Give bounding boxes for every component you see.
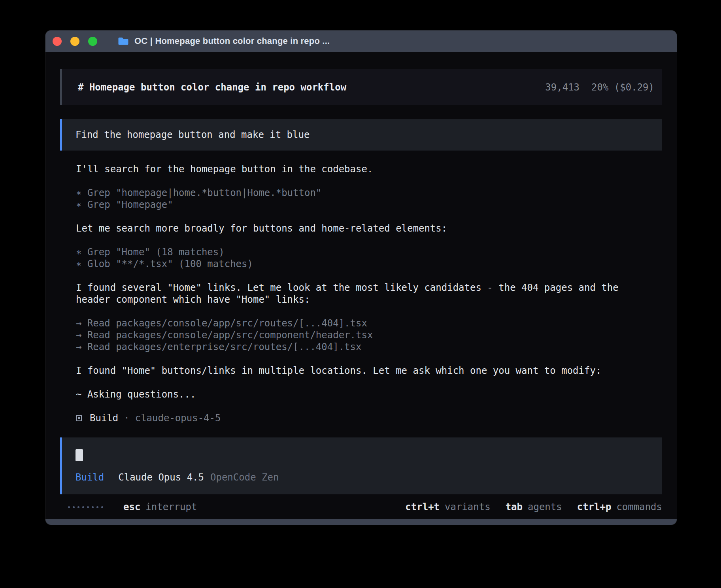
shortcut-agents: tab agents — [506, 501, 562, 513]
tool-call-read: → Read packages/enterprise/src/routes/[.… — [76, 341, 653, 353]
agent-model: claude-opus-4-5 — [135, 412, 221, 424]
shortcut-key: ctrl+t — [405, 501, 440, 513]
shortcut-commands: ctrl+p commands — [577, 501, 662, 513]
tool-call-glob: ∗ Glob "**/*.tsx" (100 matches) — [76, 258, 653, 270]
context-cost: 20% ($0.29) — [591, 82, 654, 93]
tool-call-read: → Read packages/console/app/src/routes/[… — [76, 317, 653, 329]
user-message: Find the homepage button and make it blu… — [60, 119, 662, 151]
dot — [101, 506, 103, 508]
minimize-button[interactable] — [70, 37, 79, 46]
esc-action-label: interrupt — [145, 501, 197, 513]
tool-call-grep: ∗ Grep "Home" (18 matches) — [76, 246, 653, 258]
dot — [73, 506, 75, 508]
shortcut-key: tab — [506, 501, 523, 513]
window-title: OC | Homepage button color change in rep… — [134, 36, 330, 46]
session-stats: 39,413 20% ($0.29) — [545, 82, 654, 93]
terminal-content: # Homepage button color change in repo w… — [45, 52, 677, 519]
input-footer: Build Claude Opus 4.5 OpenCode Zen — [75, 471, 646, 483]
provider-name: OpenCode Zen — [210, 471, 279, 483]
folder-icon — [118, 37, 129, 45]
assistant-paragraph: I found "Home" buttons/links in multiple… — [76, 365, 653, 377]
status-bar: esc interrupt ctrl+t variants tab agents… — [60, 501, 662, 513]
status-left: esc interrupt — [68, 501, 197, 513]
dot — [82, 506, 84, 508]
zoom-button[interactable] — [88, 37, 97, 46]
dot — [68, 506, 70, 508]
shortcut-label: commands — [616, 501, 662, 513]
shortcut-key: ctrl+p — [577, 501, 612, 513]
assistant-paragraph: I found several "Home" links. Let me loo… — [76, 282, 653, 305]
tool-call-grep: ∗ Grep "homepage|home.*button|Home.*butt… — [76, 187, 653, 199]
shortcut-variants: ctrl+t variants — [405, 501, 490, 513]
token-count: 39,413 — [545, 82, 579, 93]
traffic-lights — [53, 37, 106, 46]
task-icon — [76, 415, 82, 421]
dot — [77, 506, 79, 508]
shortcut-label: variants — [445, 501, 491, 513]
dot — [87, 506, 89, 508]
prompt-input[interactable]: Build Claude Opus 4.5 OpenCode Zen — [60, 437, 662, 494]
assistant-paragraph: Let me search more broadly for buttons a… — [76, 222, 653, 234]
status-right: ctrl+t variants tab agents ctrl+p comman… — [390, 501, 662, 513]
agent-status-line: Build · claude-opus-4-5 — [76, 412, 653, 424]
agent-mode-label[interactable]: Build — [75, 471, 104, 483]
task-icon-dot — [78, 417, 80, 419]
shortcut-label: agents — [528, 501, 562, 513]
close-button[interactable] — [53, 37, 62, 46]
separator-dot: · — [124, 412, 129, 424]
spinner-dots-icon — [68, 506, 106, 508]
tool-call-group: → Read packages/console/app/src/routes/[… — [76, 317, 653, 353]
assistant-paragraph: I'll search for the homepage button in t… — [76, 163, 653, 175]
esc-key-hint: esc — [123, 501, 140, 513]
tool-call-read: → Read packages/console/app/src/componen… — [76, 329, 653, 341]
window-titlebar[interactable]: OC | Homepage button color change in rep… — [45, 30, 677, 52]
tool-call-grep: ∗ Grep "Homepage" — [76, 199, 653, 211]
session-header: # Homepage button color change in repo w… — [60, 69, 662, 105]
assistant-response: I'll search for the homepage button in t… — [76, 163, 653, 424]
tool-call-group: ∗ Grep "homepage|home.*button|Home.*butt… — [76, 187, 653, 211]
assistant-status-text: ~ Asking questions... — [76, 388, 653, 400]
user-message-text: Find the homepage button and make it blu… — [75, 129, 310, 140]
agent-name: Build — [90, 412, 118, 424]
session-title: # Homepage button color change in repo w… — [78, 82, 346, 93]
dot — [96, 506, 98, 508]
tool-call-group: ∗ Grep "Home" (18 matches) ∗ Glob "**/*.… — [76, 246, 653, 270]
model-name[interactable]: Claude Opus 4.5 — [118, 471, 204, 483]
terminal-window: OC | Homepage button color change in rep… — [45, 30, 677, 525]
text-cursor — [75, 449, 83, 461]
dot — [92, 506, 94, 508]
